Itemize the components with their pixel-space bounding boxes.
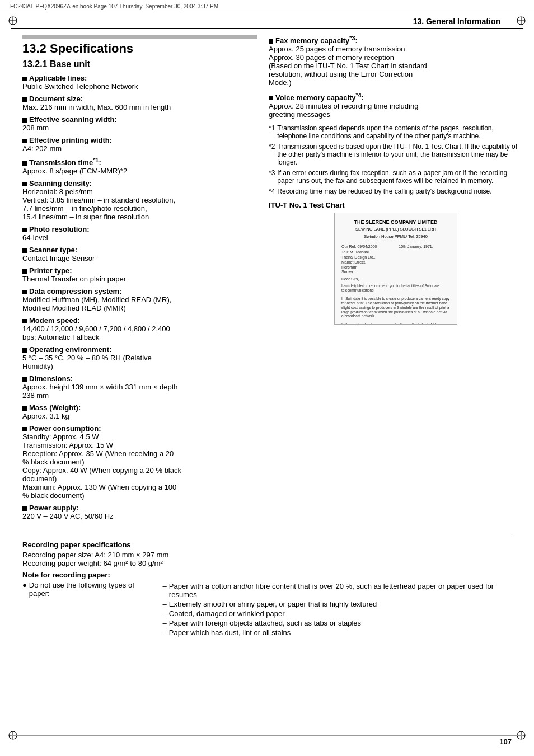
right-spec-value: Approx. 25 pages of memory transmission … (269, 45, 523, 87)
recording-paper-heading: Recording paper specifications (22, 541, 512, 549)
spec-value: Approx. 8 s/page (ECM-MMR)*2 (22, 167, 257, 175)
chapter-header: 13. General Information (11, 12, 523, 29)
spec-item: Applicable lines:Public Switched Telepho… (22, 74, 257, 91)
spec-label: Applicable lines: (22, 74, 257, 82)
bullet-square-icon (22, 118, 27, 123)
spec-value: Contact Image Sensor (22, 254, 257, 262)
spec-label: Transmission time*1: (22, 157, 257, 167)
dash-icon: – (163, 582, 167, 599)
spec-label: Scanner type: (22, 246, 257, 254)
bullet-square-icon (22, 319, 27, 323)
bullet-square-icon (22, 97, 27, 102)
top-bar: FC243AL-PFQX2096ZA-en.book Page 107 Thur… (0, 0, 534, 12)
footnote-text: Transmission speed depends upon the cont… (277, 124, 523, 140)
page-number: 107 (499, 738, 512, 746)
sub-item-text: Coated, damaged or wrinkled paper (169, 609, 285, 618)
footnote-text: If an error occurs during fax reception,… (277, 169, 523, 185)
spec-label: Modem speed: (22, 316, 257, 325)
dash-icon: – (163, 619, 167, 627)
bullet-square-icon (269, 96, 273, 100)
spec-label: Data compression system: (22, 287, 257, 295)
footnote-num: *3 (269, 169, 275, 185)
footnote-item: *3If an error occurs during fax receptio… (269, 169, 523, 185)
bullet-square-icon (22, 377, 27, 382)
footer-line (11, 735, 523, 736)
spec-item: Printer type:Thermal Transfer on plain p… (22, 266, 257, 283)
section-heading-bar (22, 35, 257, 39)
itu-to-address: To P.M. Tadashi,Thanal Design Ltd.,Marke… (341, 250, 450, 275)
spec-item: Transmission time*1:Approx. 8 s/page (EC… (22, 157, 257, 175)
bottom-section: Recording paper specifications Recording… (22, 536, 512, 638)
itu-chart-body: Our Ref: 09/04/2050 15th January, 1971, … (339, 243, 452, 325)
list-item: –Extremely smooth or shiny paper, or pap… (163, 600, 512, 608)
itu-body-text: I am delighted to recommend you to the f… (341, 284, 450, 325)
spec-label: Photo resolution: (22, 225, 257, 233)
dash-icon: – (163, 600, 167, 608)
dash-icon: – (163, 609, 167, 618)
itu-company-name: THE SLERENE COMPANY LIMITED (354, 219, 437, 225)
spec-value: Standby: Approx. 4.5 W Transmission: App… (22, 433, 257, 500)
spec-item: Dimensions:Approx. height 139 mm × width… (22, 374, 257, 400)
recording-paper-weight: Recording paper weight: 64 g/m² to 80 g/… (22, 559, 512, 567)
spec-label: Mass (Weight): (22, 403, 257, 412)
footnote-item: *2Transmission speed is based upon the I… (269, 143, 523, 166)
spec-item: Effective printing width:A4: 202 mm (22, 136, 257, 153)
right-spec-item: Fax memory capacity*3:Approx. 25 pages o… (269, 35, 523, 87)
itu-ref-line: Our Ref: 09/04/2050 15th January, 1971, (341, 245, 450, 250)
right-specs: Fax memory capacity*3:Approx. 25 pages o… (269, 35, 523, 119)
bullet-square-icon (22, 139, 27, 143)
bullet-square-icon (22, 77, 27, 81)
itu-salutation: Dear Sirs, (341, 277, 450, 282)
spec-label: Scanning density: (22, 179, 257, 187)
spec-value: Horizontal: 8 pels/mm Vertical: 3.85 lin… (22, 187, 257, 221)
spec-item: Operating environment:5 °C – 35 °C, 20 %… (22, 345, 257, 370)
bullet-text: Do not use the following types of paper: (29, 581, 153, 638)
recording-paper-size: Recording paper size: A4: 210 mm × 297 m… (22, 551, 512, 559)
spec-value: Modified Huffman (MH), Modified READ (MR… (22, 295, 257, 312)
spec-item: Scanner type:Contact Image Sensor (22, 246, 257, 262)
bullet-square-icon (22, 427, 27, 431)
footnote-item: *4Recording time may be reduced by the c… (269, 187, 523, 195)
sub-list: –Paper with a cotton and/or fibre conten… (155, 582, 512, 638)
spec-label: Document size: (22, 95, 257, 103)
main-content: 13.2 Specifications 13.2.1 Base unit App… (0, 29, 534, 530)
top-bar-file-info: FC243AL-PFQX2096ZA-en.book Page 107 Thur… (10, 3, 218, 10)
spec-label: Effective printing width: (22, 136, 257, 144)
section-title: 13.2 Specifications (22, 41, 257, 56)
recording-bullet-list: ●Do not use the following types of paper… (22, 581, 512, 638)
bullet-square-icon (22, 248, 27, 253)
right-spec-label: Fax memory capacity*3: (269, 35, 523, 45)
subsection-title: 13.2.1 Base unit (22, 59, 257, 69)
spec-value: 5 °C – 35 °C, 20 % – 80 % RH (Relative H… (22, 354, 257, 370)
spec-value: 64-level (22, 233, 257, 242)
footnote-item: *1Transmission speed depends upon the co… (269, 124, 523, 140)
spec-value: Approx. height 139 mm × width 331 mm × d… (22, 383, 257, 400)
spec-item: Modem speed:14,400 / 12,000 / 9,600 / 7,… (22, 316, 257, 341)
spec-item: Scanning density:Horizontal: 8 pels/mm V… (22, 179, 257, 221)
footnote-num: *1 (269, 124, 275, 140)
spec-item: Power supply:220 V – 240 V AC, 50/60 Hz (22, 504, 257, 520)
spec-value: A4: 202 mm (22, 144, 257, 153)
spec-value: 14,400 / 12,000 / 9,600 / 7,200 / 4,800 … (22, 325, 257, 341)
right-spec-label: Voice memory capacity*4: (269, 91, 523, 101)
spec-label: Printer type: (22, 266, 257, 275)
spec-label: Power consumption: (22, 424, 257, 433)
note-heading: Note for recording paper: (22, 571, 512, 579)
corner-mark-tr (516, 16, 526, 26)
list-item: –Coated, damaged or wrinkled paper (163, 609, 512, 618)
footnote-text: Recording time may be reduced by the cal… (277, 187, 491, 195)
left-column: 13.2 Specifications 13.2.1 Base unit App… (22, 35, 257, 524)
spec-value: 208 mm (22, 124, 257, 132)
bullet-square-icon (22, 182, 27, 186)
spec-label: Power supply: (22, 504, 257, 512)
spec-item: Data compression system:Modified Huffman… (22, 287, 257, 312)
footnote-num: *2 (269, 143, 275, 166)
bullet-square-icon (22, 161, 27, 166)
bullet-dot-icon: ● (22, 581, 27, 638)
sub-item-text: Extremely smooth or shiny paper, or pape… (169, 600, 377, 608)
spec-item: Photo resolution:64-level (22, 225, 257, 242)
chapter-title: 13. General Information (413, 17, 500, 26)
spec-label: Operating environment: (22, 345, 257, 354)
spec-item: Document size:Max. 216 mm in width, Max.… (22, 95, 257, 111)
sub-item-text: Paper with foreign objects attached, suc… (169, 619, 361, 627)
